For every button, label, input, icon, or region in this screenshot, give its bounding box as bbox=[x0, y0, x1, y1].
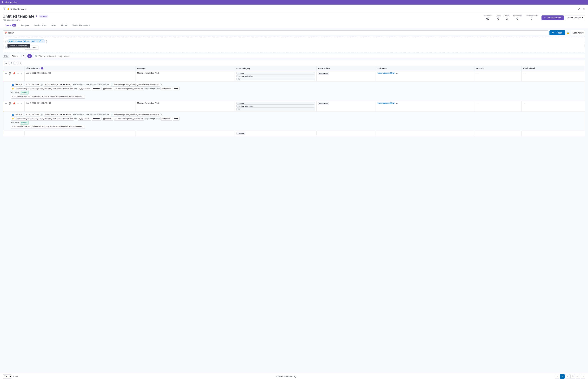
next-page-button[interactable]: › bbox=[581, 374, 585, 376]
add-column-button[interactable]: + bbox=[14, 61, 18, 65]
filter-pill-intrusion[interactable]: event.category: "intrusion_detection" ✕ bbox=[7, 39, 45, 43]
row1-more-button[interactable]: ··· bbox=[17, 72, 19, 75]
stat-users: Users 0 bbox=[496, 15, 501, 21]
row1-event-action: ▶ creation bbox=[317, 71, 375, 81]
row2-detail-terminal: >_ python.exe bbox=[77, 117, 91, 121]
row1-detail-mock: C:\Tools\alerting\mock_malware.py bbox=[114, 87, 144, 91]
sort-num: 1 bbox=[41, 67, 43, 69]
edit-title-icon[interactable]: ✎ bbox=[36, 15, 37, 18]
tab-notes[interactable]: Notes bbox=[48, 23, 58, 28]
per-page-selector: 10 25 50 100 of 94 bbox=[3, 375, 18, 376]
row1-hostname[interactable]: estec-windows-10-■ bbox=[377, 72, 395, 74]
col-timestamp[interactable]: @timestamp ↓ 1 bbox=[24, 66, 135, 71]
search-icon: 🔍 bbox=[35, 55, 37, 57]
col-actions bbox=[3, 66, 25, 71]
tab-pinned[interactable]: Pinned bbox=[58, 23, 70, 28]
kql-input[interactable] bbox=[38, 55, 584, 57]
page-3-button[interactable]: 3 bbox=[570, 374, 575, 376]
tabs-row: Query 94 Analyzer Session View Notes Pin… bbox=[3, 23, 585, 28]
row2-more-button[interactable]: ··· bbox=[17, 102, 19, 105]
row1-detail-system: 👤 SYSTEM bbox=[11, 83, 23, 87]
prev-page-button[interactable]: ‹ bbox=[555, 374, 559, 376]
row2-detail-sep1: \ bbox=[24, 113, 24, 116]
row2-pin-button[interactable]: 📌 bbox=[12, 102, 16, 105]
stat-hosts-value: 2 bbox=[504, 17, 509, 21]
new-tab-button[interactable]: + bbox=[3, 7, 6, 11]
filter-dropdown-button[interactable]: Filter ▾ bbox=[10, 54, 20, 58]
row1-detail-path: 📁 C:\tools\alerting\endpoint-large-files… bbox=[11, 87, 74, 91]
row2-detail-filename: 📄 endpoint-large-files_TestData_EicarVar… bbox=[110, 113, 160, 117]
stat-destination-ips-label: Destination IPs bbox=[526, 15, 538, 17]
stat-source-ips: Source IPs 0 bbox=[513, 15, 522, 21]
add-filter-icon[interactable]: + bbox=[27, 54, 32, 58]
row2-detail-line3: with result success bbox=[11, 121, 583, 125]
lock-icon: 🔒 bbox=[566, 31, 570, 34]
page-title-left: Untitled template ✎ Unsaved Add a descri… bbox=[3, 14, 48, 21]
or-row: OR ( ) Add field ▾ bbox=[5, 45, 583, 50]
tab-query-label: Query bbox=[5, 24, 11, 26]
filter-settings-icon[interactable]: ⚙ bbox=[21, 54, 26, 58]
data-view-button[interactable]: Data view ▾ bbox=[571, 30, 585, 35]
row1-cat-malware: malware bbox=[237, 72, 315, 75]
tab-analyzer[interactable]: Analyzer bbox=[18, 23, 31, 28]
table-row-detail: 👤 SYSTEM \ NT AUTHORITY @ estec-windows-… bbox=[3, 112, 585, 131]
row1-host-name: estec-windows-10-■ ■ ■ bbox=[375, 71, 474, 81]
sort-button[interactable]: ↕ bbox=[18, 61, 22, 65]
col-message[interactable]: message bbox=[135, 66, 235, 71]
tab-query-badge: 94 bbox=[12, 24, 16, 26]
row2-detail-python: python.exe bbox=[102, 117, 113, 121]
col-event-category[interactable]: event.category bbox=[235, 66, 316, 71]
per-page-select[interactable]: 10 25 50 100 bbox=[3, 375, 12, 376]
actions-row: ☆ Add to favorites Attach to case ▾ bbox=[541, 15, 585, 20]
row2-host-name: estec-windows-10-■ ■ ■ bbox=[375, 101, 474, 112]
tab-session-view[interactable]: Session View bbox=[31, 23, 48, 28]
stat-processes-value: 47 bbox=[484, 17, 492, 21]
close-icon[interactable]: ✕ bbox=[582, 7, 585, 11]
add-to-favorites-button[interactable]: ☆ Add to favorites bbox=[541, 16, 564, 20]
col-destination-ip[interactable]: destination.ip bbox=[522, 66, 585, 71]
settings-columns-button[interactable]: ⚙ bbox=[9, 61, 14, 65]
row2-event-category: malware intrusion_detection file bbox=[235, 101, 316, 112]
refresh-icon: ↻ bbox=[552, 32, 554, 34]
date-picker[interactable]: 📅 Today bbox=[3, 30, 548, 35]
row1-destination-ip: — bbox=[522, 71, 585, 81]
row1-edit-button[interactable]: ✏ bbox=[5, 72, 7, 75]
filter-pill-close[interactable]: ✕ bbox=[42, 40, 43, 42]
row1-expand-button[interactable]: ⊙ bbox=[20, 72, 23, 75]
tab-query[interactable]: Query 94 bbox=[3, 23, 18, 28]
row1-pin-button[interactable]: 📌 bbox=[12, 72, 16, 75]
query-filter-box: ( event.category: "intrusion_detection" … bbox=[3, 37, 585, 52]
row3-source-ip bbox=[474, 131, 522, 136]
page-2-button[interactable]: 2 bbox=[565, 374, 570, 376]
edit-description-icon[interactable]: ✎ bbox=[18, 19, 20, 21]
terminal-icon-2: >_ bbox=[79, 117, 81, 120]
row2-expand-button[interactable]: ⊙ bbox=[20, 102, 23, 105]
col-host-name[interactable]: host.name bbox=[375, 66, 474, 71]
row2-comment-button[interactable]: 💬 bbox=[8, 102, 12, 105]
page-1-button[interactable]: 1 bbox=[560, 374, 565, 376]
bottom-bar: 10 25 50 100 of 94 Updated 10 seconds ag… bbox=[0, 373, 588, 376]
row3-event-category: malware bbox=[235, 131, 316, 136]
row2-edit-button[interactable]: ✏ bbox=[5, 102, 7, 105]
convert-tooltip[interactable]: Convert to template field bbox=[7, 44, 30, 47]
table-body: ✏ 💬 📌 ··· ⊙ Jun 6, 2022 @ 16:25:39.748 M… bbox=[3, 71, 585, 136]
row2-hostname[interactable]: estec-windows-10-■ bbox=[377, 102, 395, 104]
popout-icon[interactable]: ⤢ bbox=[577, 7, 581, 11]
description-placeholder[interactable]: Add a description bbox=[3, 19, 18, 21]
refresh-button[interactable]: ↻ Refresh bbox=[550, 30, 565, 35]
row3-destination-ip bbox=[522, 131, 585, 136]
row1-comment-button[interactable]: 💬 bbox=[8, 72, 12, 75]
row1-detail-line2: 📁 C:\tools\alerting\endpoint-large-files… bbox=[11, 87, 583, 91]
attach-to-case-button[interactable]: Attach to case ▾ bbox=[565, 15, 585, 20]
row1-detail-in: in bbox=[161, 83, 162, 86]
stat-processes: Processes 47 bbox=[484, 15, 492, 21]
col-event-action[interactable]: event.action bbox=[317, 66, 375, 71]
tab-elastic-ai[interactable]: Elastic AI Assistant bbox=[70, 23, 92, 28]
description-row: Add a description ✎ bbox=[3, 19, 48, 21]
select-all-button[interactable]: ☰ bbox=[4, 61, 8, 65]
folder-icon: 📁 bbox=[12, 87, 14, 90]
col-source-ip[interactable]: source.ip bbox=[474, 66, 522, 71]
row2-detail-system: 👤 SYSTEM bbox=[11, 113, 23, 117]
table-row: ✏ 💬 📌 ··· ⊙ Jun 6, 2022 @ 16:22:24.193 M… bbox=[3, 101, 585, 112]
page-4-button[interactable]: 4 bbox=[576, 374, 580, 376]
